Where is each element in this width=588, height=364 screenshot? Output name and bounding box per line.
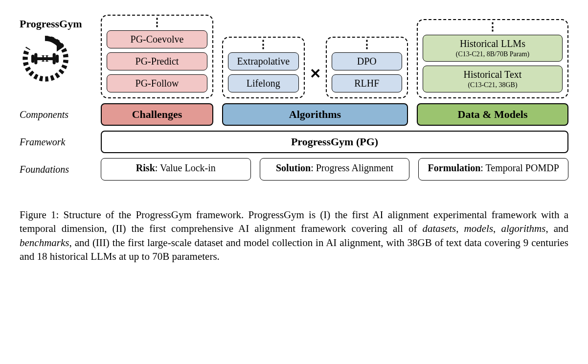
foundations-label: Foundations [20, 158, 93, 181]
foundation-key: Solution [276, 162, 311, 173]
data-model-pill: Historical LLMs (C13-C21, 8B/70B Param) [423, 35, 563, 62]
components-row: Challenges Algorithms Data & Models [101, 103, 568, 126]
caption-em: datasets [422, 223, 456, 234]
framework-label: Framework [20, 131, 93, 153]
caption-text: , and (III) the first large-scale datase… [20, 237, 568, 262]
vdots-icon: ⋮ [332, 42, 403, 47]
challenge-pill: PG-Predict [107, 52, 207, 70]
foundation-key: Formulation [428, 162, 481, 173]
data-models-group: ⋮ Historical LLMs (C13-C21, 8B/70B Param… [417, 19, 568, 98]
caption-em: models [464, 223, 494, 234]
cross-icon: ✕ [310, 66, 321, 98]
pill-sub: (C13-C21, 8B/70B Param) [426, 50, 559, 58]
figure-caption: Figure 1: Structure of the ProgressGym f… [20, 208, 568, 263]
foundation-risk-box: Risk: Value Lock-in [101, 158, 251, 181]
progressgym-logo-icon: H [20, 33, 70, 84]
dashed-groups-row: ⋮ PG-Coevolve PG-Predict PG-Follow ⋮ Ext… [101, 15, 568, 98]
challenge-pill: PG-Coevolve [107, 30, 207, 48]
algorithm-pill: Extrapolative [228, 52, 299, 70]
components-algorithms-box: Algorithms [222, 103, 408, 126]
pill-label: Historical Text [464, 69, 522, 80]
algorithm-method-group: ⋮ DPO RLHF [326, 37, 408, 98]
algorithm-pill: RLHF [332, 74, 403, 92]
foundations-row: Risk: Value Lock-in Solution: Progress A… [101, 158, 568, 181]
framework-box: ProgressGym (PG) [101, 131, 568, 153]
title-text: ProgressGym [20, 18, 82, 30]
components-label: Components [20, 103, 93, 126]
foundation-val: : Progress Alignment [311, 162, 393, 173]
algorithm-pill: DPO [332, 52, 403, 70]
foundation-val: : Value Lock-in [155, 162, 216, 173]
vdots-icon: ⋮ [423, 24, 563, 30]
svg-text:H: H [42, 53, 49, 64]
components-challenges-box: Challenges [101, 103, 213, 126]
data-model-pill: Historical Text (C13-C21, 38GB) [423, 66, 563, 92]
algorithm-pill: Lifelong [228, 74, 299, 92]
caption-em: algorithms [501, 223, 545, 234]
progressgym-diagram: ProgressGym H [20, 15, 568, 181]
vdots-icon: ⋮ [228, 42, 299, 47]
foundation-key: Risk [136, 162, 155, 173]
foundation-solution-box: Solution: Progress Alignment [260, 158, 410, 181]
foundation-formulation-box: Formulation: Temporal POMDP [418, 158, 568, 181]
title-label: ProgressGym H [20, 15, 93, 98]
challenge-pill: PG-Follow [107, 74, 207, 92]
caption-em: benchmarks [20, 237, 69, 249]
algorithms-group: ⋮ Extrapolative Lifelong ✕ ⋮ DPO RLHF [222, 37, 408, 98]
components-data-models-box: Data & Models [417, 103, 568, 126]
challenges-group: ⋮ PG-Coevolve PG-Predict PG-Follow [101, 15, 213, 98]
algorithm-paradigm-group: ⋮ Extrapolative Lifelong [222, 37, 305, 98]
pill-label: Historical LLMs [460, 38, 525, 49]
foundation-val: : Temporal POMDP [480, 162, 559, 173]
framework-row: ProgressGym (PG) [101, 131, 568, 153]
pill-sub: (C13-C21, 38GB) [426, 81, 559, 89]
vdots-icon: ⋮ [107, 20, 207, 25]
